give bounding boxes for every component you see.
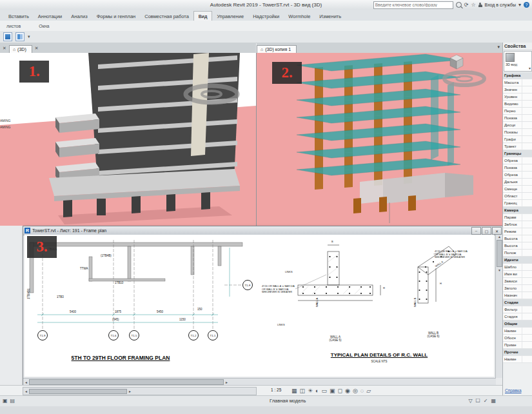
- property-row[interactable]: Камера: [503, 207, 532, 214]
- tile-windows-icon[interactable]: [15, 32, 25, 41]
- property-row[interactable]: Высота: [503, 235, 532, 242]
- show-crop-icon[interactable]: ◻: [338, 386, 342, 395]
- scroll-left-icon[interactable]: ◄: [25, 380, 28, 384]
- locked-view-icon[interactable]: ◉: [345, 386, 350, 395]
- scroll-up-icon[interactable]: ▲: [498, 235, 501, 239]
- ribbon-tab[interactable]: Управление: [212, 12, 248, 21]
- property-row[interactable]: Уровен: [503, 94, 532, 101]
- ribbon-tab[interactable]: Формы и генплан: [92, 12, 141, 21]
- property-row[interactable]: Перео: [503, 108, 532, 115]
- analytical-model-icon[interactable]: ▱: [366, 386, 371, 395]
- property-row[interactable]: Наиме: [503, 356, 532, 363]
- view-tab-3d-copy[interactable]: ⌂ (3D) копия 1: [257, 45, 297, 53]
- property-row[interactable]: Обосн: [503, 335, 532, 342]
- help-icon[interactable]: ?: [524, 2, 529, 8]
- sign-in-link[interactable]: Вход в службы: [485, 3, 516, 7]
- scroll-down-icon[interactable]: ▼: [498, 268, 501, 272]
- ribbon-tab[interactable]: Wormhole: [284, 12, 315, 21]
- ribbon-tab[interactable]: Аннотации: [34, 12, 67, 21]
- property-row[interactable]: Зависи: [503, 278, 532, 285]
- scale-control[interactable]: 1 : 25: [271, 388, 281, 392]
- scrollbar-thumb[interactable]: [497, 240, 502, 267]
- property-row[interactable]: Высота: [503, 242, 532, 250]
- temporary-hide-icon[interactable]: ◎: [353, 386, 358, 395]
- favorites-star-icon[interactable]: ☆: [471, 1, 475, 9]
- select-underlay-icon[interactable]: ✓: [484, 397, 488, 406]
- viewport-3d-copy[interactable]: 2.: [257, 53, 502, 226]
- scrollbar-thumb[interactable]: [29, 379, 224, 385]
- property-row[interactable]: Наиме: [503, 328, 532, 335]
- search-icon[interactable]: [456, 2, 462, 8]
- property-row[interactable]: Смеще: [503, 186, 532, 193]
- close-pane-icon[interactable]: ✕: [0, 46, 9, 53]
- reveal-hidden-icon[interactable]: ◌: [360, 386, 364, 395]
- sync-icon[interactable]: ⟳: [464, 1, 469, 9]
- exclude-links-icon[interactable]: ☐: [476, 397, 480, 406]
- property-row[interactable]: Графи: [503, 136, 532, 143]
- sheet-list-icon[interactable]: [3, 32, 12, 41]
- property-row[interactable]: Режим: [503, 228, 532, 235]
- drag-elements-icon[interactable]: ▦: [491, 397, 496, 406]
- property-row[interactable]: Видимо: [503, 101, 532, 108]
- property-row[interactable]: Приме: [503, 342, 532, 349]
- view-tab-3d[interactable]: ⌂ (3D): [9, 45, 32, 53]
- view-horizontal-scrollbar[interactable]: ◄ ►: [23, 387, 257, 395]
- property-row[interactable]: Обреза: [503, 157, 532, 164]
- property-row[interactable]: Показа: [503, 115, 532, 122]
- chevron-down-icon[interactable]: ▾: [518, 1, 521, 9]
- ribbon-tab[interactable]: Изменить: [315, 12, 346, 21]
- infocenter-search-input[interactable]: [373, 1, 453, 9]
- type-selector[interactable]: 3D вид: ▾: [504, 51, 532, 72]
- scroll-right-icon[interactable]: ►: [128, 389, 132, 393]
- shadows-icon[interactable]: ◐: [315, 386, 319, 395]
- property-row[interactable]: Стадии: [503, 299, 532, 306]
- selection-filter-icon[interactable]: ▽: [468, 397, 472, 406]
- property-row[interactable]: Полож: [503, 250, 532, 257]
- property-row[interactable]: Границ: [503, 200, 532, 207]
- property-row[interactable]: Общие: [503, 320, 532, 328]
- property-row[interactable]: Имя ви: [503, 271, 532, 278]
- chevron-down-icon[interactable]: ▾: [28, 34, 30, 39]
- property-row[interactable]: Заголо: [503, 285, 532, 292]
- scroll-right-icon[interactable]: ►: [225, 380, 228, 384]
- property-row[interactable]: Значен: [503, 86, 532, 94]
- property-row[interactable]: Стадия: [503, 313, 532, 320]
- ribbon-tab[interactable]: Совместная работа: [140, 12, 193, 21]
- property-row[interactable]: Траект: [503, 143, 532, 150]
- ribbon-tab[interactable]: Надстройки: [248, 12, 284, 21]
- crop-region-icon[interactable]: ▣: [330, 386, 335, 395]
- help-link[interactable]: Справка: [505, 388, 522, 393]
- ribbon-tab[interactable]: Вид: [193, 11, 213, 21]
- close-tab-icon[interactable]: ✕: [32, 46, 41, 53]
- ribbon-tab[interactable]: Анализ: [66, 12, 92, 21]
- design-options-icon[interactable]: ▤: [10, 397, 15, 406]
- sheet-canvas[interactable]: T1-9T1-6T1-5T1-2T1-1T1-F 1TB3D1(1TB4B)TT…: [25, 235, 494, 377]
- worksets-icon[interactable]: ▣: [3, 397, 8, 406]
- thin-lines-icon[interactable]: ◫: [300, 386, 306, 395]
- minimize-button[interactable]: –: [471, 227, 481, 235]
- restore-button[interactable]: ▢: [482, 227, 491, 235]
- property-row[interactable]: Заблок: [503, 221, 532, 228]
- property-row[interactable]: Показа: [503, 164, 532, 172]
- property-row[interactable]: Фильтр: [503, 306, 532, 313]
- render-icon[interactable]: ▭: [322, 386, 328, 395]
- ribbon-tab[interactable]: Вставить: [4, 12, 34, 21]
- property-row[interactable]: Границы: [503, 150, 532, 157]
- visual-style-icon[interactable]: ▦: [291, 386, 297, 395]
- property-row[interactable]: Парам: [503, 214, 532, 221]
- property-row[interactable]: Графика: [503, 72, 532, 79]
- sheet-window-titlebar[interactable]: R TowerST.rvt - Лист: 191 - Frame plan –…: [23, 226, 503, 235]
- scroll-left-icon[interactable]: ◄: [25, 389, 28, 393]
- tab-list-icon[interactable]: ▾: [497, 44, 500, 50]
- property-row[interactable]: Дисци: [503, 122, 532, 129]
- close-button[interactable]: ✕: [492, 227, 502, 235]
- property-row[interactable]: Иденти: [503, 257, 532, 264]
- sun-path-icon[interactable]: ☀: [308, 386, 313, 395]
- property-row[interactable]: Дальня: [503, 179, 532, 186]
- property-row[interactable]: Шабло: [503, 264, 532, 271]
- property-row[interactable]: Назнач: [503, 292, 532, 299]
- scrollbar-thumb[interactable]: [29, 389, 127, 394]
- viewport-3d[interactable]: 1. AMING AMING: [0, 53, 257, 226]
- property-row[interactable]: Масшта: [503, 79, 532, 86]
- property-row[interactable]: Област: [503, 193, 532, 200]
